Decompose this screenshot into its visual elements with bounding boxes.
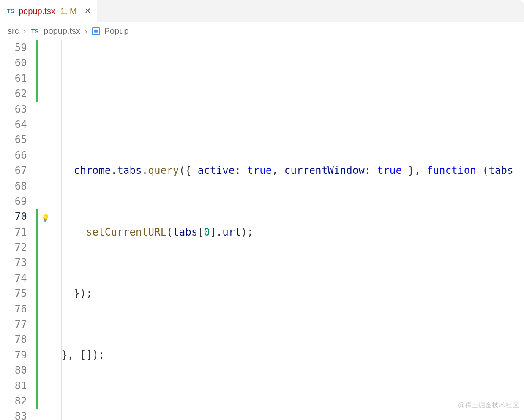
line-number: 70 (0, 209, 27, 224)
line-number: 72 (0, 240, 27, 255)
line-number: 81 (0, 378, 27, 393)
line-number: 78 (0, 332, 27, 347)
lightbulb-icon[interactable]: 💡 (41, 211, 50, 226)
line-number: 73 (0, 255, 27, 270)
line-number: 79 (0, 347, 27, 363)
line-number: 83 (0, 409, 27, 420)
code-editor[interactable]: 5960616263646566676869707172737475767778… (0, 40, 524, 420)
line-number: 76 (0, 301, 27, 317)
breadcrumb-symbol[interactable]: Popup (104, 26, 129, 36)
line-number-gutter: 5960616263646566676869707172737475767778… (0, 40, 36, 420)
line-number: 62 (0, 86, 27, 101)
line-number: 80 (0, 363, 27, 378)
line-number: 66 (0, 148, 27, 163)
line-number: 74 (0, 271, 27, 286)
breadcrumb-folder[interactable]: src (8, 26, 19, 36)
breadcrumb[interactable]: src › TS popup.tsx › ✽ Popup (0, 22, 524, 40)
line-number: 65 (0, 132, 27, 147)
line-number: 60 (0, 55, 27, 70)
tab-bar: TS popup.tsx 1, M ✕ (0, 0, 524, 22)
line-number: 82 (0, 393, 27, 409)
tab-modified-badge: 1, M (60, 6, 77, 16)
code-content[interactable]: chrome.tabs.query({ active: true, curren… (49, 40, 524, 420)
close-icon[interactable]: ✕ (85, 6, 91, 16)
line-number: 68 (0, 179, 27, 194)
symbol-icon: ✽ (92, 27, 100, 35)
typescript-icon: TS (6, 6, 15, 16)
line-number: 67 (0, 163, 27, 178)
line-number: 71 (0, 225, 27, 240)
typescript-icon: TS (30, 27, 39, 36)
line-number: 75 (0, 286, 27, 301)
tab-filename: popup.tsx (19, 6, 55, 16)
line-number: 69 (0, 194, 27, 209)
editor-tab[interactable]: TS popup.tsx 1, M ✕ (0, 0, 97, 22)
line-number: 63 (0, 102, 27, 117)
line-number: 61 (0, 71, 27, 86)
gutter-decorations: 💡 (36, 40, 49, 420)
watermark: @稀土掘金技术社区 (458, 401, 519, 410)
line-number: 59 (0, 40, 27, 55)
line-number: 77 (0, 317, 27, 332)
line-number: 64 (0, 117, 27, 132)
chevron-right-icon: › (23, 26, 26, 36)
chevron-right-icon: › (85, 26, 87, 36)
breadcrumb-file[interactable]: popup.tsx (44, 26, 80, 36)
